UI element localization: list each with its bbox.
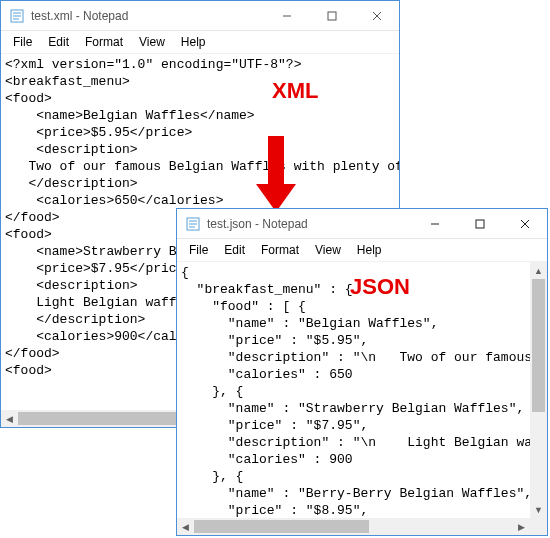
minimize-button[interactable] <box>264 1 309 31</box>
menubar: File Edit Format View Help <box>177 239 547 262</box>
text-content[interactable]: { "breakfast_menu" : { "food" : [ { "nam… <box>177 262 530 518</box>
svg-rect-15 <box>476 220 484 228</box>
notepad-window-json: test.json - Notepad File Edit Format Vie… <box>176 208 548 536</box>
close-button[interactable] <box>354 1 399 31</box>
scroll-thumb[interactable] <box>194 520 369 533</box>
json-label: JSON <box>350 274 410 300</box>
titlebar[interactable]: test.xml - Notepad <box>1 1 399 31</box>
svg-rect-5 <box>328 12 336 20</box>
notepad-icon <box>185 216 201 232</box>
menu-help[interactable]: Help <box>351 241 388 259</box>
menubar: File Edit Format View Help <box>1 31 399 54</box>
scroll-track[interactable] <box>530 279 547 501</box>
menu-edit[interactable]: Edit <box>218 241 251 259</box>
notepad-icon <box>9 8 25 24</box>
menu-file[interactable]: File <box>183 241 214 259</box>
scroll-down-icon[interactable]: ▼ <box>530 501 547 518</box>
maximize-button[interactable] <box>457 209 502 239</box>
scroll-track[interactable] <box>194 518 513 535</box>
menu-edit[interactable]: Edit <box>42 33 75 51</box>
minimize-button[interactable] <box>412 209 457 239</box>
scroll-left-icon[interactable]: ◀ <box>1 410 18 427</box>
scroll-thumb[interactable] <box>532 279 545 412</box>
menu-format[interactable]: Format <box>79 33 129 51</box>
window-controls <box>264 1 399 31</box>
scroll-up-icon[interactable]: ▲ <box>530 262 547 279</box>
menu-help[interactable]: Help <box>175 33 212 51</box>
scroll-right-icon[interactable]: ▶ <box>513 518 530 535</box>
xml-label: XML <box>272 78 318 104</box>
close-button[interactable] <box>502 209 547 239</box>
menu-file[interactable]: File <box>7 33 38 51</box>
maximize-button[interactable] <box>309 1 354 31</box>
titlebar[interactable]: test.json - Notepad <box>177 209 547 239</box>
window-title: test.xml - Notepad <box>31 9 264 23</box>
scrollbar-corner <box>530 518 547 535</box>
scrollbar-horizontal[interactable]: ◀ ▶ <box>177 518 530 535</box>
scrollbar-vertical[interactable]: ▲ ▼ <box>530 262 547 518</box>
scroll-left-icon[interactable]: ◀ <box>177 518 194 535</box>
menu-format[interactable]: Format <box>255 241 305 259</box>
window-title: test.json - Notepad <box>207 217 412 231</box>
menu-view[interactable]: View <box>133 33 171 51</box>
menu-view[interactable]: View <box>309 241 347 259</box>
window-controls <box>412 209 547 239</box>
content-area: { "breakfast_menu" : { "food" : [ { "nam… <box>177 262 547 535</box>
